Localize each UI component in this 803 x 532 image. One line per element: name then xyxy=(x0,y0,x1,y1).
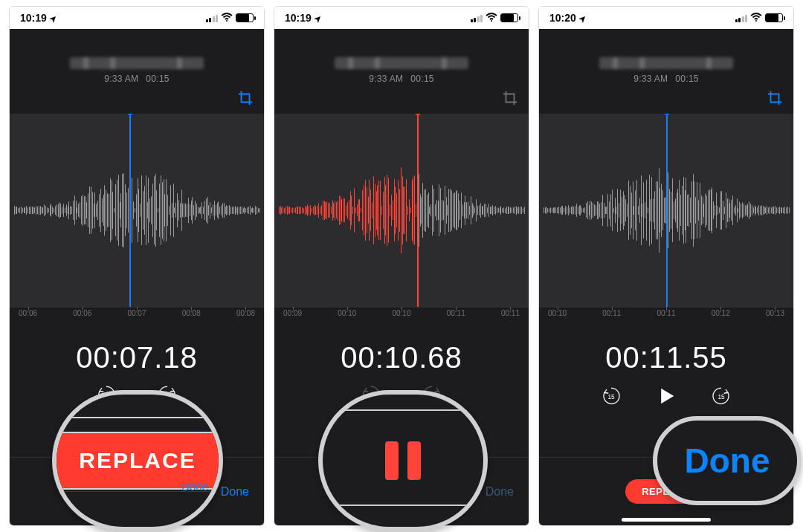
home-indicator[interactable] xyxy=(622,518,711,522)
recording-title-redacted xyxy=(599,57,733,69)
time-ruler: 00:10 00:11 00:11 00:12 00:13 xyxy=(539,307,793,328)
callout-replace: REPLACE Done xyxy=(52,390,223,531)
svg-point-6 xyxy=(755,20,757,22)
recording-duration: 00:15 xyxy=(410,74,434,84)
trim-icon xyxy=(502,90,518,109)
transport-controls: 15 15 xyxy=(539,379,793,418)
trim-icon[interactable] xyxy=(767,90,783,109)
svg-text:15: 15 xyxy=(717,394,725,400)
wifi-icon xyxy=(486,12,497,24)
pause-icon-zoom[interactable] xyxy=(385,441,421,480)
recording-header: 9:33 AM 00:15 xyxy=(539,29,793,84)
battery-icon xyxy=(500,13,518,22)
done-button-zoom[interactable]: Done xyxy=(685,441,770,481)
wifi-icon xyxy=(221,12,233,24)
waveform-area[interactable] xyxy=(274,114,529,307)
svg-point-3 xyxy=(491,20,492,22)
battery-icon xyxy=(765,13,783,22)
status-bar: 10:19 xyxy=(10,7,264,29)
status-time: 10:19 xyxy=(20,12,47,24)
recording-title-redacted xyxy=(70,57,204,69)
time-ruler: 00:06 00:06 00:07 00:08 00:08 xyxy=(10,307,264,328)
signal-icon xyxy=(735,14,748,22)
current-time: 00:10.68 xyxy=(274,328,529,379)
waveform-area[interactable] xyxy=(539,114,793,307)
recording-header: 9:33 AM 00:15 xyxy=(10,29,264,84)
recording-time: 9:33 AM xyxy=(369,74,403,84)
wifi-icon xyxy=(750,12,762,24)
skip-back-button[interactable]: 15 xyxy=(600,385,622,410)
status-time: 10:19 xyxy=(285,12,312,24)
location-icon xyxy=(315,12,321,24)
recording-duration: 00:15 xyxy=(146,74,170,84)
playhead[interactable] xyxy=(417,114,419,307)
location-icon xyxy=(579,12,586,24)
status-time: 10:20 xyxy=(549,12,576,24)
recording-time: 9:33 AM xyxy=(104,74,138,84)
status-bar: 10:19 xyxy=(274,7,529,29)
playhead[interactable] xyxy=(129,114,131,307)
svg-point-0 xyxy=(226,20,228,22)
waveform-area[interactable] xyxy=(10,114,264,307)
recording-time: 9:33 AM xyxy=(633,74,668,84)
svg-text:15: 15 xyxy=(607,394,615,400)
skip-forward-button[interactable]: 15 xyxy=(710,385,732,410)
done-button: Done xyxy=(486,485,514,499)
callout-done: Done xyxy=(653,416,802,505)
play-button[interactable] xyxy=(654,383,679,412)
signal-icon xyxy=(206,14,219,22)
recording-title-redacted xyxy=(335,57,468,69)
current-time: 00:11.55 xyxy=(539,328,793,379)
status-bar: 10:20 xyxy=(539,7,793,29)
callout-pause xyxy=(318,390,488,531)
signal-icon xyxy=(471,14,483,22)
recording-header: 9:33 AM 00:15 xyxy=(274,29,529,84)
location-icon xyxy=(50,12,57,24)
trim-icon[interactable] xyxy=(237,90,254,109)
done-button[interactable]: Done xyxy=(221,485,249,499)
recording-duration: 00:15 xyxy=(675,74,699,84)
time-ruler: 00:09 00:10 00:10 00:11 00:11 xyxy=(274,307,529,328)
battery-icon xyxy=(236,13,254,22)
current-time: 00:07.18 xyxy=(10,328,264,379)
playhead[interactable] xyxy=(666,114,668,307)
